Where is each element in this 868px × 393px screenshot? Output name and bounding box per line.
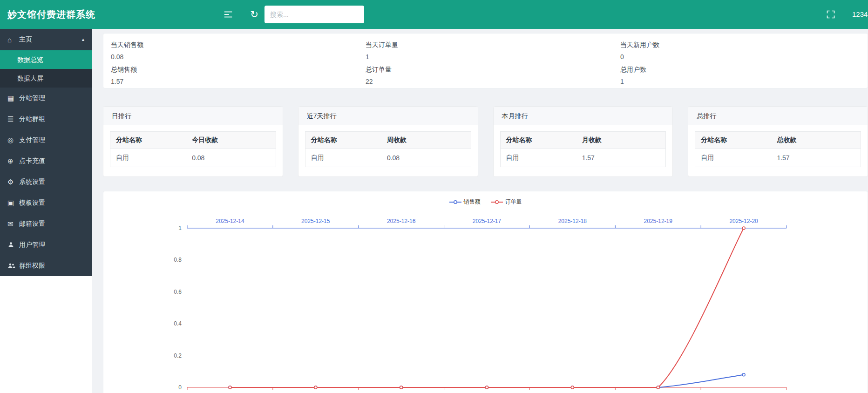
svg-text:2025-12-18: 2025-12-18: [558, 218, 587, 224]
rank-site-name: 自用: [110, 149, 187, 167]
svg-text:2025-12-20: 2025-12-20: [729, 218, 758, 224]
rank-site-name: 自用: [305, 149, 381, 167]
sidebar-item-label: 邮箱设置: [19, 220, 45, 228]
template-settings-icon: ▣: [7, 199, 19, 207]
sidebar-menu: ⌂ 主页 ▲ 数据总览 数据大屏 ▦ 分站管理 ☰ 分站群组 ◎ 支付管理 ⊕ …: [0, 29, 92, 276]
stat-value: 22: [366, 78, 605, 85]
user-manage-icon: [7, 241, 19, 248]
rank-col-name-header: 分站名称: [110, 132, 187, 149]
search-input[interactable]: [264, 6, 364, 23]
chart-legend: 销售额订单量: [103, 198, 868, 206]
sidebar-item-label: 系统设置: [19, 178, 45, 186]
rank-site-value: 0.08: [381, 149, 471, 167]
stat-today-orders: 当天订单量 1: [358, 37, 613, 62]
line-chart-canvas[interactable]: 2025-12-142025-12-152025-12-162025-12-17…: [103, 191, 868, 393]
sidebar-item-label: 模板设置: [19, 199, 45, 207]
svg-text:2025-12-14: 2025-12-14: [216, 218, 244, 224]
group-permission-icon: [7, 262, 19, 269]
rank-card-body: 分站名称 周收款 自用 0.08: [298, 125, 478, 173]
sidebar-item-label: 数据大屏: [17, 75, 43, 82]
rank-site-value: 0.08: [186, 149, 276, 167]
legend-item[interactable]: 订单量: [491, 198, 522, 206]
rank-card-month: 本月排行 分站名称 月收款 自用 1.57: [493, 106, 673, 177]
refresh-icon[interactable]: ↻: [249, 9, 260, 20]
sidebar-item-label: 主页: [19, 35, 32, 44]
sidebar-toggle-icon[interactable]: [223, 9, 234, 20]
sidebar-item-payment[interactable]: ◎ 支付管理: [0, 129, 92, 150]
ranking-cards-row: 日排行 分站名称 今日收款 自用 0.08 近7天排行: [103, 106, 868, 177]
stat-today-new-users: 当天新用户数 0: [613, 37, 868, 62]
mail-settings-icon: ✉: [7, 220, 19, 228]
rank-col-value-header: 月收款: [576, 132, 666, 149]
sidebar-item-user-manage[interactable]: 用户管理: [0, 234, 92, 255]
rank-card-title: 本月排行: [494, 107, 673, 125]
main-content: 当天销售额 0.08 当天订单量 1 当天新用户数 0 总销售额 1.57 总订…: [92, 29, 868, 393]
sidebar-item-site-manage[interactable]: ▦ 分站管理: [0, 88, 92, 108]
payment-icon: ◎: [7, 136, 19, 144]
rank-card-title: 日排行: [103, 107, 283, 125]
app-title: 妙文馆付费进群系统: [7, 0, 95, 29]
rank-site-name: 自用: [500, 149, 576, 167]
rank-card-title: 近7天排行: [298, 107, 478, 125]
stats-summary-card: 当天销售额 0.08 当天订单量 1 当天新用户数 0 总销售额 1.57 总订…: [103, 33, 868, 88]
rank-card-daily: 日排行 分站名称 今日收款 自用 0.08: [103, 106, 283, 177]
table-row: 自用 0.08: [305, 149, 471, 167]
svg-text:0: 0: [178, 384, 182, 391]
fullscreen-icon[interactable]: [825, 9, 836, 20]
legend-label: 销售额: [464, 198, 481, 206]
table-row: 自用 0.08: [110, 149, 276, 167]
stat-label: 当天新用户数: [620, 41, 860, 49]
svg-text:1: 1: [178, 225, 182, 231]
stat-value: 0.08: [111, 53, 351, 61]
stat-label: 总订单量: [366, 66, 605, 74]
stat-value: 0: [620, 53, 860, 61]
sidebar-item-template-settings[interactable]: ▣ 模板设置: [0, 192, 92, 213]
rank-col-value-header: 总收款: [771, 132, 861, 149]
sidebar-item-label: 点卡充值: [19, 157, 45, 165]
rank-card-total: 总排行 分站名称 总收款 自用 1.57: [688, 106, 868, 177]
svg-text:2025-12-17: 2025-12-17: [473, 218, 502, 224]
rank-card-body: 分站名称 总收款 自用 1.57: [688, 125, 868, 173]
sidebar-item-label: 群组权限: [19, 262, 45, 270]
svg-text:0.8: 0.8: [174, 257, 182, 263]
sidebar-item-mail-settings[interactable]: ✉ 邮箱设置: [0, 213, 92, 234]
table-row: 自用 1.57: [500, 149, 666, 167]
svg-text:2025-12-15: 2025-12-15: [301, 218, 330, 224]
svg-text:2025-12-16: 2025-12-16: [387, 218, 416, 224]
svg-text:0.2: 0.2: [174, 352, 182, 359]
stat-label: 总销售额: [111, 66, 351, 74]
legend-marker-icon: [491, 200, 503, 204]
svg-text:2025-12-19: 2025-12-19: [644, 218, 673, 224]
rank-site-value: 1.57: [771, 149, 861, 167]
sidebar-item-home[interactable]: ⌂ 主页 ▲: [0, 29, 92, 50]
sales-orders-chart-card: 销售额订单量 2025-12-142025-12-152025-12-16202…: [103, 191, 868, 393]
sidebar-item-data-overview[interactable]: 数据总览: [0, 50, 92, 69]
chevron-up-icon: ▲: [81, 37, 85, 42]
menu-fold-icon: [223, 9, 233, 20]
sidebar-item-site-group[interactable]: ☰ 分站群组: [0, 108, 92, 129]
stat-value: 1: [620, 78, 860, 85]
sidebar-item-system-settings[interactable]: ⚙ 系统设置: [0, 171, 92, 192]
stat-label: 当天订单量: [366, 41, 605, 49]
svg-text:0.4: 0.4: [174, 320, 182, 327]
rank-card-body: 分站名称 月收款 自用 1.57: [494, 125, 673, 173]
rank-card-week: 近7天排行 分站名称 周收款 自用 0.08: [298, 106, 478, 177]
rank-card-title: 总排行: [688, 107, 868, 125]
sidebar-item-label: 支付管理: [19, 136, 45, 144]
username[interactable]: 12345: [852, 0, 868, 29]
stat-value: 1: [366, 53, 605, 61]
rank-site-value: 1.57: [576, 149, 666, 167]
sidebar-item-card-recharge[interactable]: ⊕ 点卡充值: [0, 150, 92, 171]
legend-label: 订单量: [505, 198, 522, 206]
rank-col-name-header: 分站名称: [695, 132, 772, 149]
sidebar-item-group-permission[interactable]: 群组权限: [0, 255, 92, 276]
stat-total-sales: 总销售额 1.57: [103, 62, 358, 87]
stat-value: 1.57: [111, 78, 351, 85]
legend-item[interactable]: 销售额: [449, 198, 481, 206]
rank-col-name-header: 分站名称: [305, 132, 381, 149]
rank-col-value-header: 周收款: [381, 132, 471, 149]
site-group-icon: ☰: [7, 115, 19, 123]
stat-total-users: 总用户数 1: [613, 62, 868, 87]
stat-today-sales: 当天销售额 0.08: [103, 37, 358, 62]
sidebar-item-data-screen[interactable]: 数据大屏: [0, 69, 92, 88]
